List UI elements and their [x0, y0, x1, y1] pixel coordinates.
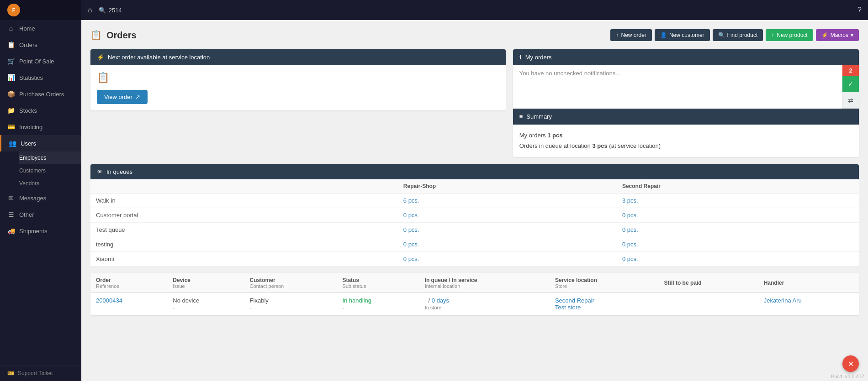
- sidebar-item-statistics[interactable]: 📊 Statistics: [0, 69, 81, 86]
- sidebar-sub-customers[interactable]: Customers: [19, 164, 81, 177]
- sidebar-sub-label: Vendors: [19, 180, 39, 187]
- days-link[interactable]: 0 days: [432, 297, 449, 304]
- sidebar-item-orders[interactable]: 📋 Orders: [0, 37, 81, 53]
- sidebar-item-messages[interactable]: ✉ Messages: [0, 190, 81, 206]
- queue-table: Repair-Shop Second Repair Walk-in 6 pcs.…: [90, 179, 859, 266]
- two-col-section: ⚡ Next order available at service locati…: [90, 49, 859, 157]
- store-link[interactable]: Test store: [555, 304, 581, 311]
- page-header: 📋 Orders + New order 👤 New customer 🔍 Fi…: [90, 29, 859, 41]
- order-device-cell: No device -: [167, 292, 244, 315]
- summary-my-orders-count: 1 pcs: [547, 132, 562, 139]
- order-customer-cell: Fixably -: [244, 292, 337, 315]
- queue-row-second-repair[interactable]: 0 pcs.: [617, 208, 815, 222]
- new-customer-button[interactable]: 👤 New customer: [655, 29, 710, 41]
- sidebar-item-other[interactable]: ☰ Other: [0, 206, 81, 223]
- sidebar-sub-employees[interactable]: Employees: [19, 151, 81, 164]
- orders-col-queue: In queue / In service Internal location: [419, 273, 550, 293]
- queue-row-empty1: [573, 237, 617, 251]
- macros-icon: ⚡: [821, 32, 828, 38]
- status-badge[interactable]: In handling: [342, 297, 413, 304]
- view-order-button[interactable]: View order ↗: [97, 90, 148, 104]
- statistics-icon: 📊: [7, 74, 15, 81]
- main-content: ⌂ 🔍 ? 📋 Orders + New order 👤 New custome…: [81, 0, 868, 381]
- orders-col-status: Status Sub status: [337, 273, 419, 293]
- order-ref-cell: 20000434: [90, 292, 167, 315]
- queue-row-repair-shop[interactable]: 6 pcs.: [398, 193, 573, 208]
- app-logo-icon: F: [7, 4, 20, 16]
- order-ref-link[interactable]: 20000434: [96, 297, 122, 304]
- orders-col-device: Device Issue: [167, 273, 244, 293]
- next-order-card-header: ⚡ Next order available at service locati…: [90, 49, 506, 65]
- queue-table-row: Test queue 0 pcs. 0 pcs.: [90, 222, 859, 237]
- sidebar-item-pos[interactable]: 🛒 Point Of Sale: [0, 53, 81, 69]
- queue-row-repair-shop[interactable]: 0 pcs.: [398, 237, 573, 251]
- float-close-button[interactable]: ✕: [842, 355, 859, 372]
- help-icon[interactable]: ?: [857, 6, 862, 14]
- topbar-home-icon[interactable]: ⌂: [88, 6, 92, 14]
- handler-link[interactable]: Jekaterina Aru: [764, 297, 802, 304]
- in-queues-title: In queues: [106, 168, 132, 175]
- order-status-cell: In handling -: [337, 292, 419, 315]
- queue-row-repair-shop[interactable]: 0 pcs.: [398, 251, 573, 266]
- page-title-icon: 📋: [90, 30, 102, 41]
- page-title: 📋 Orders: [90, 30, 137, 41]
- sidebar-item-stocks[interactable]: 📁 Stocks: [0, 102, 81, 119]
- check-button[interactable]: ✓: [842, 76, 859, 92]
- sidebar-item-label: Point Of Sale: [19, 58, 54, 65]
- swap-button[interactable]: ⇄: [842, 92, 859, 109]
- sidebar-item-label: Stocks: [19, 107, 37, 114]
- new-order-button[interactable]: + New order: [610, 29, 652, 41]
- orders-table-body: 20000434 No device - Fixably - In handli…: [90, 292, 859, 315]
- location-link[interactable]: Second Repair: [555, 297, 594, 304]
- users-icon: 👥: [9, 140, 16, 147]
- my-orders-header-icon: ℹ: [519, 54, 522, 61]
- queue-col-empty2: [815, 179, 859, 193]
- sidebar-sub-vendors[interactable]: Vendors: [19, 177, 81, 190]
- support-ticket-link[interactable]: 🎫 Support Ticket: [0, 365, 81, 381]
- orders-col-customer: Customer Contact person: [244, 273, 337, 293]
- sidebar-sub-label: Customers: [19, 167, 46, 174]
- badge-wrapper: 2: [842, 65, 859, 76]
- sidebar-item-invoicing[interactable]: 💳 Invoicing: [0, 119, 81, 135]
- sidebar-item-home[interactable]: ⌂ Home: [0, 20, 81, 37]
- find-product-button[interactable]: 🔍 Find product: [713, 29, 763, 41]
- sidebar-item-purchase-orders[interactable]: 📦 Purchase Orders: [0, 86, 81, 102]
- queue-table-row: Xiaomi 0 pcs. 0 pcs.: [90, 251, 859, 266]
- queue-row-second-repair[interactable]: 0 pcs.: [617, 237, 815, 251]
- new-product-button[interactable]: + New product: [766, 29, 813, 41]
- build-version: Build: v2.0.477: [831, 374, 864, 379]
- sidebar: F ⌂ Home 📋 Orders 🛒 Point Of Sale 📊 Stat…: [0, 0, 81, 381]
- sidebar-item-users[interactable]: 👥 Users: [0, 135, 81, 151]
- sidebar-item-label: Statistics: [19, 74, 43, 81]
- stocks-icon: 📁: [7, 107, 15, 114]
- summary-header-text: Summary: [526, 113, 552, 120]
- queue-row-repair-shop[interactable]: 0 pcs.: [398, 208, 573, 222]
- check-icon: ✓: [848, 80, 853, 88]
- orders-table-row: 20000434 No device - Fixably - In handli…: [90, 292, 859, 315]
- orders-col-payment: Still to be paid: [659, 273, 758, 293]
- my-orders-notifications: You have no unchecked notifications...: [513, 65, 842, 109]
- messages-icon: ✉: [7, 194, 15, 202]
- in-queues-section: 👁 In queues Repair-Shop Second Repair Wa…: [90, 164, 859, 266]
- page-content: 📋 Orders + New order 👤 New customer 🔍 Fi…: [81, 20, 868, 381]
- next-order-card: ⚡ Next order available at service locati…: [90, 49, 506, 110]
- queue-row-repair-shop[interactable]: 0 pcs.: [398, 222, 573, 237]
- in-queues-header: 👁 In queues: [90, 164, 859, 179]
- macros-button[interactable]: ⚡ Macros ▾: [816, 29, 859, 41]
- queue-row-second-repair[interactable]: 0 pcs.: [617, 222, 815, 237]
- summary-my-orders-label: My orders: [519, 132, 546, 139]
- search-input[interactable]: [109, 7, 145, 14]
- summary-queue: Orders in queue at location 3 pcs (at se…: [519, 141, 852, 151]
- queue-row-second-repair[interactable]: 0 pcs.: [617, 251, 815, 266]
- sidebar-item-shipments[interactable]: 🚚 Shipments: [0, 223, 81, 239]
- queue-table-row: Walk-in 6 pcs. 3 pcs.: [90, 193, 859, 208]
- queue-row-label: Test queue: [90, 222, 398, 237]
- queue-col-empty1: [573, 179, 617, 193]
- queue-row-empty2: [815, 222, 859, 237]
- queue-row-second-repair[interactable]: 3 pcs.: [617, 193, 815, 208]
- my-orders-card-header: ℹ My orders: [513, 49, 859, 65]
- in-queues-icon: 👁: [97, 168, 103, 175]
- view-order-arrow-icon: ↗: [135, 94, 140, 100]
- queue-table-row: Customer portal 0 pcs. 0 pcs.: [90, 208, 859, 222]
- queue-col-name: [90, 179, 398, 193]
